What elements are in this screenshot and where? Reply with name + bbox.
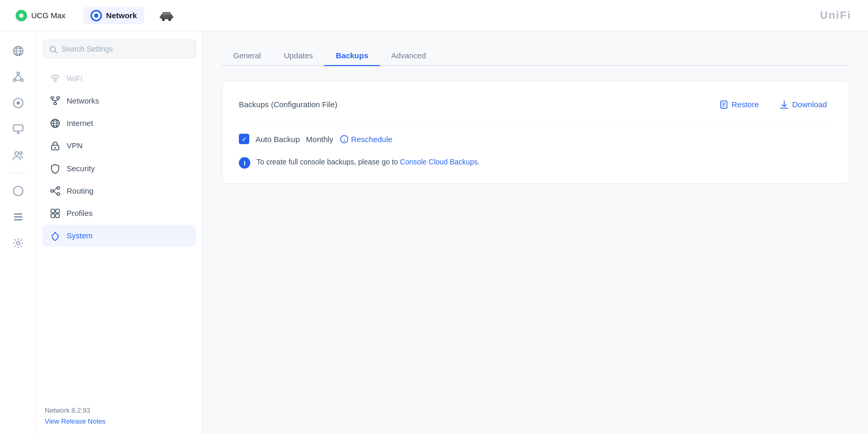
sidebar-item-vpn-label: VPN <box>67 141 83 150</box>
sidebar-item-internet-label: Internet <box>67 119 93 127</box>
sidebar-item-networks-label: Networks <box>67 96 99 105</box>
restore-label: Restore <box>732 100 759 109</box>
svg-rect-19 <box>14 125 23 131</box>
restore-button[interactable]: Restore <box>714 96 764 112</box>
svg-line-14 <box>15 75 18 79</box>
vpn-icon <box>50 140 60 151</box>
sidebar-icon-nodes[interactable] <box>7 66 30 88</box>
content-area: General Updates Backups Advanced Backups… <box>203 31 868 434</box>
routing-icon <box>50 185 60 196</box>
backups-section-label: Backups (Configuration File) <box>239 100 337 109</box>
tab-advanced[interactable]: Advanced <box>380 46 438 66</box>
restore-icon <box>719 99 729 109</box>
svg-point-23 <box>19 152 22 155</box>
console-cloud-backups-link[interactable]: Console Cloud Backups. <box>400 158 480 166</box>
svg-line-49 <box>54 188 57 191</box>
auto-backup-row: ✓ Auto Backup Monthly i Reschedule <box>239 134 832 144</box>
tab-updates[interactable]: Updates <box>272 46 324 66</box>
sidebar-icon-monitor[interactable] <box>7 118 30 141</box>
svg-rect-27 <box>14 219 22 221</box>
svg-point-13 <box>20 79 23 82</box>
reschedule-label: Reschedule <box>351 135 392 144</box>
top-bar-left: UCG Max Network <box>10 6 858 25</box>
monthly-label: Monthly <box>306 135 334 144</box>
main-layout: Search Settings WiFi <box>0 31 868 434</box>
system-icon <box>50 230 60 241</box>
svg-rect-5 <box>171 16 173 18</box>
sidebar-item-profiles-label: Profiles <box>67 209 93 218</box>
sidebar-item-routing[interactable]: Routing <box>43 180 196 201</box>
backups-row: Backups (Configuration File) Restore <box>239 96 832 123</box>
info-text-static: To create full console backups, please g… <box>257 158 400 166</box>
sidebar-item-security-label: Security <box>67 164 95 173</box>
sidebar-item-security[interactable]: Security <box>43 158 196 179</box>
sidebar-icon-circle2[interactable] <box>7 180 30 202</box>
ucg-max-label: UCG Max <box>31 11 66 20</box>
download-button[interactable]: Download <box>774 96 832 112</box>
svg-rect-53 <box>51 214 55 218</box>
svg-point-31 <box>55 81 56 82</box>
sidebar-icon-circle[interactable] <box>7 92 30 114</box>
backups-section: Backups (Configuration File) Restore <box>222 81 849 184</box>
info-text: To create full console backups, please g… <box>257 157 480 168</box>
network-tab-icon <box>91 10 102 21</box>
sidebar-item-system-label: System <box>67 231 93 240</box>
svg-line-15 <box>18 75 22 79</box>
sidebar-icon-users[interactable] <box>7 144 30 167</box>
sidebar-icon-list[interactable] <box>7 206 30 228</box>
svg-point-12 <box>13 79 16 82</box>
sidebar-item-system[interactable]: System <box>43 225 196 246</box>
svg-point-11 <box>17 72 19 75</box>
network-tab[interactable]: Network <box>83 7 144 24</box>
nav-sidebar: Search Settings WiFi <box>36 31 203 434</box>
sidebar-item-vpn[interactable]: VPN <box>43 135 196 156</box>
svg-point-2 <box>162 18 165 21</box>
svg-point-28 <box>17 241 20 245</box>
svg-rect-26 <box>14 216 22 218</box>
svg-text:i: i <box>343 138 344 143</box>
auto-backup-checkbox[interactable]: ✓ <box>239 134 249 144</box>
sidebar-divider <box>10 173 27 173</box>
svg-line-50 <box>54 191 57 194</box>
security-icon <box>50 163 60 174</box>
sidebar-item-routing-label: Routing <box>67 186 94 195</box>
svg-point-22 <box>15 152 18 156</box>
info-icon: i <box>239 157 250 169</box>
svg-point-18 <box>17 101 20 105</box>
sidebar-item-networks[interactable]: Networks <box>43 90 196 111</box>
reschedule-icon: i <box>340 134 349 144</box>
brand-label: UniFi <box>820 9 851 21</box>
svg-rect-51 <box>51 209 55 213</box>
search-box[interactable]: Search Settings <box>43 40 196 58</box>
download-label: Download <box>792 100 827 109</box>
svg-point-47 <box>57 187 60 189</box>
tab-backups[interactable]: Backups <box>324 46 380 66</box>
backups-actions: Restore Download <box>714 96 832 112</box>
reschedule-button[interactable]: i Reschedule <box>340 134 392 144</box>
internet-icon <box>50 118 60 129</box>
ucg-max-button[interactable]: UCG Max <box>10 7 71 24</box>
svg-rect-25 <box>14 213 22 215</box>
release-notes-link[interactable]: View Release Notes <box>45 417 106 425</box>
device-icon-button[interactable] <box>157 6 176 25</box>
svg-rect-52 <box>56 209 59 213</box>
networks-icon <box>50 95 60 106</box>
top-bar: UCG Max Network UniFi <box>0 0 868 31</box>
version-text: Network 8.2.93 <box>45 406 194 414</box>
tab-general[interactable]: General <box>222 46 272 66</box>
sidebar-icon-gear[interactable] <box>7 232 30 254</box>
profiles-icon <box>50 208 60 219</box>
svg-rect-1 <box>162 12 171 15</box>
svg-rect-4 <box>160 16 162 18</box>
sidebar-item-profiles[interactable]: Profiles <box>43 202 196 224</box>
info-row: i To create full console backups, please… <box>239 157 832 169</box>
auto-backup-label: Auto Backup <box>256 135 300 144</box>
tabs-row: General Updates Backups Advanced <box>222 46 849 66</box>
sidebar-icon-globe[interactable] <box>7 40 30 62</box>
sidebar-item-internet[interactable]: Internet <box>43 112 196 134</box>
svg-point-48 <box>57 193 60 196</box>
svg-rect-54 <box>56 214 59 218</box>
download-icon <box>780 99 789 109</box>
sidebar-item-wifi[interactable]: WiFi <box>43 68 196 89</box>
svg-line-30 <box>55 51 57 53</box>
